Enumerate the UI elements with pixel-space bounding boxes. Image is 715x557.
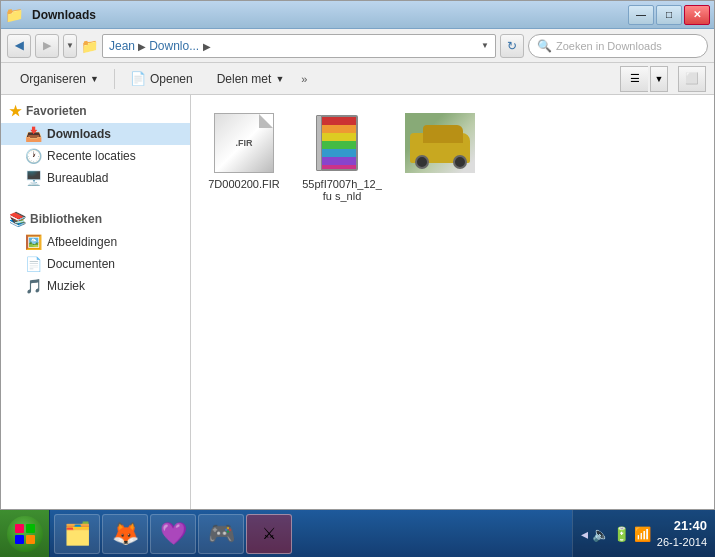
title-bar-controls: — □ ✕: [628, 5, 710, 25]
taskbar-app-battle[interactable]: ⚔: [246, 514, 292, 554]
winrar-file-icon: [316, 113, 368, 173]
afbeeldingen-icon: 🖼️: [25, 234, 42, 250]
search-box[interactable]: 🔍 Zoeken in Downloads: [528, 34, 708, 58]
car-roof: [423, 125, 463, 143]
back-button[interactable]: ◀: [7, 34, 31, 58]
winrar-icon-area: [307, 108, 377, 178]
svg-rect-0: [15, 524, 24, 533]
path-dropdown-icon[interactable]: ▼: [481, 41, 489, 50]
star-icon: ★: [9, 103, 22, 119]
sidebar-recente-locaties-label: Recente locaties: [47, 149, 136, 163]
car-thumbnail: [405, 113, 475, 173]
view-list-icon: ☰: [630, 72, 640, 85]
address-path-bar[interactable]: Jean ▶ Downlo... ▶ ▼: [102, 34, 496, 58]
main-content: ★ Favorieten 📥 Downloads 🕐 Recente locat…: [1, 95, 714, 509]
title-bar: 📁 Downloads — □ ✕: [1, 1, 714, 29]
sidebar-muziek-label: Muziek: [47, 279, 85, 293]
fir-icon-text: .FIR: [236, 138, 253, 148]
window-icon: 📁: [5, 6, 24, 24]
forward-button[interactable]: ▶: [35, 34, 59, 58]
recente-locaties-icon: 🕐: [25, 148, 42, 164]
organize-dropdown-icon: ▼: [90, 74, 99, 84]
files-grid: .FIR 7D000200.FIR: [199, 103, 706, 207]
toolbar-divider: [114, 69, 115, 89]
files-icon: 🗂️: [64, 521, 91, 547]
view-list-button[interactable]: ☰: [620, 66, 648, 92]
system-tray: ◂ 🔈 🔋 📶 21:40 26-1-2014: [572, 510, 715, 557]
steam-icon: 🎮: [208, 521, 235, 547]
car-wheel1: [415, 155, 429, 169]
path-text: Jean ▶ Downlo... ▶: [109, 39, 211, 53]
network-icon[interactable]: 📶: [634, 526, 651, 542]
fir-file-label: 7D000200.FIR: [208, 178, 280, 190]
documenten-icon: 📄: [25, 256, 42, 272]
path-sep2: ▶: [203, 41, 211, 52]
path-downloads[interactable]: Downlo...: [149, 39, 199, 53]
minimize-button[interactable]: —: [628, 5, 654, 25]
nav-dropdown-button[interactable]: ▼: [63, 34, 77, 58]
toolbar-more-button[interactable]: »: [297, 73, 311, 85]
sidebar-section-favorieten: ★ Favorieten 📥 Downloads 🕐 Recente locat…: [1, 95, 190, 193]
taskbar-app-pidgin[interactable]: 💜: [150, 514, 196, 554]
title-bar-left: 📁 Downloads: [5, 6, 96, 24]
image-icon-area: [405, 108, 475, 178]
path-sep1: ▶: [138, 41, 149, 52]
file-item-image[interactable]: [395, 103, 485, 207]
sidebar-divider1: [1, 193, 190, 203]
share-label: Delen met: [217, 72, 272, 86]
favorieten-label: Favorieten: [26, 104, 87, 118]
windows-logo-icon: [14, 523, 36, 545]
sidebar-afbeeldingen-label: Afbeeldingen: [47, 235, 117, 249]
sidebar-header-favorieten: ★ Favorieten: [1, 99, 190, 123]
sidebar-downloads-label: Downloads: [47, 127, 111, 141]
volume-icon[interactable]: 🔈: [592, 526, 609, 542]
refresh-button[interactable]: ↻: [500, 34, 524, 58]
sidebar-item-documenten[interactable]: 📄 Documenten: [1, 253, 190, 275]
close-button[interactable]: ✕: [684, 5, 710, 25]
sidebar-bureaublad-label: Bureaublad: [47, 171, 108, 185]
open-icon: 📄: [130, 71, 146, 86]
organize-button[interactable]: Organiseren ▼: [9, 66, 110, 92]
pidgin-icon: 💜: [160, 521, 187, 547]
taskbar-app-firefox[interactable]: 🦊: [102, 514, 148, 554]
sidebar-item-afbeeldingen[interactable]: 🖼️ Afbeeldingen: [1, 231, 190, 253]
winrar-file-label: 55pfI7007h_12_fu s_nld: [302, 178, 382, 202]
sidebar-item-recente-locaties[interactable]: 🕐 Recente locaties: [1, 145, 190, 167]
tray-arrow-icon[interactable]: ◂: [581, 526, 588, 542]
start-button[interactable]: [0, 510, 50, 557]
view-pane-button[interactable]: ⬜: [678, 66, 706, 92]
path-folder-icon: 📁: [81, 38, 98, 54]
view-dropdown-button[interactable]: ▼: [650, 66, 668, 92]
sidebar: ★ Favorieten 📥 Downloads 🕐 Recente locat…: [1, 95, 191, 509]
sidebar-header-bibliotheken: 📚 Bibliotheken: [1, 207, 190, 231]
share-button[interactable]: Delen met ▼: [206, 66, 296, 92]
fir-file-icon: .FIR: [214, 113, 274, 173]
clock-time: 21:40: [657, 517, 707, 535]
svg-rect-3: [26, 535, 35, 544]
maximize-button[interactable]: □: [656, 5, 682, 25]
open-label: Openen: [150, 72, 193, 86]
start-orb: [7, 516, 43, 552]
search-placeholder: Zoeken in Downloads: [556, 40, 662, 52]
taskbar-app-files[interactable]: 🗂️: [54, 514, 100, 554]
sidebar-item-muziek[interactable]: 🎵 Muziek: [1, 275, 190, 297]
tray-icons: ◂ 🔈 🔋 📶: [581, 526, 651, 542]
share-dropdown-icon: ▼: [275, 74, 284, 84]
taskbar-app-steam[interactable]: 🎮: [198, 514, 244, 554]
file-item-fir[interactable]: .FIR 7D000200.FIR: [199, 103, 289, 207]
downloads-icon: 📥: [25, 126, 42, 142]
car-wheel2: [453, 155, 467, 169]
muziek-icon: 🎵: [25, 278, 42, 294]
view-pane-icon: ⬜: [685, 72, 699, 85]
sidebar-section-bibliotheken: 📚 Bibliotheken 🖼️ Afbeeldingen 📄 Documen…: [1, 203, 190, 301]
path-jean[interactable]: Jean: [109, 39, 135, 53]
open-button[interactable]: 📄 Openen: [119, 66, 204, 92]
svg-rect-2: [15, 535, 24, 544]
file-item-winrar[interactable]: 55pfI7007h_12_fu s_nld: [297, 103, 387, 207]
clock[interactable]: 21:40 26-1-2014: [657, 517, 707, 551]
fir-icon-area: .FIR: [209, 108, 279, 178]
sidebar-item-bureaublad[interactable]: 🖥️ Bureaublad: [1, 167, 190, 189]
sidebar-item-downloads[interactable]: 📥 Downloads: [1, 123, 190, 145]
taskbar: 🗂️ 🦊 💜 🎮 ⚔ ◂ 🔈 🔋 📶 21:40 26-1-2014: [0, 510, 715, 557]
battery-icon[interactable]: 🔋: [613, 526, 630, 542]
